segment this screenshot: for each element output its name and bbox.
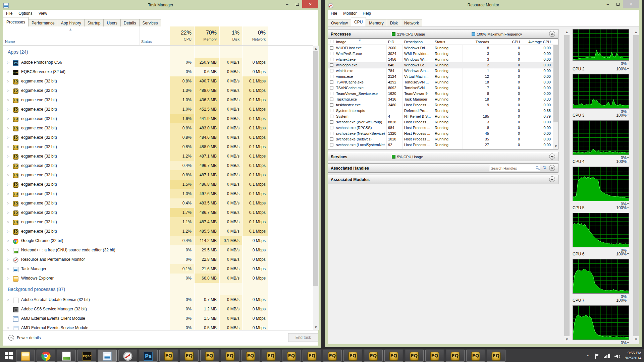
process-row[interactable]: WUDFHost.exe2600Windows Dri...Running800… <box>328 45 553 51</box>
row-checkbox[interactable] <box>330 92 333 95</box>
menu-file[interactable]: File <box>3 10 15 17</box>
process-row[interactable]: TSVNCache.exe4292TortoiseSVN ...Running1… <box>328 79 553 85</box>
chevron-down-icon[interactable] <box>549 165 555 171</box>
table-header[interactable]: ▼ImagePIDDescriptionStatusThreadsCPUAver… <box>328 39 558 45</box>
process-row[interactable]: ▷EQeqgame.exe (32 bit)0.8%490.7 MB0 MB/s… <box>3 76 310 86</box>
tab-memory[interactable]: Memory <box>366 19 387 27</box>
search-icon[interactable] <box>536 166 538 169</box>
row-checkbox[interactable] <box>330 69 333 72</box>
search-handles-input[interactable] <box>490 165 532 171</box>
network-icon[interactable] <box>604 354 610 358</box>
process-row[interactable]: wininit.exe784Windows Sta...Running100.0… <box>328 68 553 74</box>
column-cpu[interactable]: 22%CPU <box>170 26 194 45</box>
associated-modules-section-bar[interactable]: Associated Modules <box>328 175 558 184</box>
process-row[interactable]: svchost.exe (WerSvcGroup)8828Host Proces… <box>328 119 553 125</box>
content-scrollbar[interactable]: ▲ ▼ <box>564 29 570 342</box>
action-center-icon[interactable] <box>595 354 599 359</box>
expand-arrow-icon[interactable]: ▷ <box>7 217 9 227</box>
taskbar-eqgame[interactable]: EQ <box>282 350 301 362</box>
row-checkbox[interactable] <box>330 143 333 146</box>
tab-cpu[interactable]: CPU <box>351 17 366 26</box>
tab-overview[interactable]: Overview <box>328 19 351 27</box>
taskbar-eqgame[interactable]: EQ <box>425 350 444 362</box>
associated-handles-section-bar[interactable]: Associated Handles ⇅ <box>328 163 558 173</box>
menu-help[interactable]: Help <box>360 10 374 17</box>
expand-arrow-icon[interactable]: ▷ <box>7 295 9 304</box>
process-row[interactable]: svchost.exe (NetworkService)1320Host Pro… <box>328 131 553 136</box>
taskbar-eqgame[interactable]: EQ <box>159 350 178 362</box>
process-row[interactable]: ▷EQeqgame.exe (32 bit)1.2%485.5 MB0 MB/s… <box>3 227 310 236</box>
expand-arrow-icon[interactable]: ▷ <box>7 208 9 217</box>
expand-arrow-icon[interactable]: ▷ <box>7 123 9 133</box>
expand-arrow-icon[interactable]: ▷ <box>7 76 9 86</box>
row-checkbox[interactable] <box>330 98 333 101</box>
taskbar-clock[interactable]: 9:55 PM 9/25/2014 <box>625 351 641 361</box>
chevron-down-icon[interactable] <box>549 154 555 160</box>
taskbar-google-chrome[interactable] <box>37 350 55 362</box>
scroll-up-icon[interactable]: ▲ <box>633 29 639 35</box>
row-checkbox[interactable] <box>330 63 333 67</box>
taskbar-resource-monitor[interactable] <box>118 350 137 362</box>
row-checkbox[interactable] <box>330 58 333 61</box>
expand-arrow-icon[interactable]: ▷ <box>7 245 9 255</box>
scroll-thumb[interactable] <box>564 35 570 336</box>
taskbar-eqgame[interactable]: EQ <box>303 350 321 362</box>
column-threads[interactable]: Threads <box>466 40 489 44</box>
process-row[interactable]: System4NT Kernel & S...Running18500.79 <box>328 114 553 119</box>
column-status[interactable]: Status <box>435 40 462 44</box>
minimize-icon[interactable]: – <box>282 0 292 8</box>
expand-arrow-icon[interactable]: ▷ <box>7 170 9 180</box>
select-all-checkbox[interactable] <box>330 40 333 43</box>
row-checkbox[interactable] <box>330 132 333 135</box>
processes-section-bar[interactable]: Processes 21% CPU Usage 100% Maximum Fre… <box>328 29 558 39</box>
process-row[interactable]: ▷EQeqgame.exe (32 bit)0.4%496.7 MB0 MB/s… <box>3 161 310 170</box>
taskbar-eqgame[interactable]: EQ <box>343 350 362 362</box>
column-status[interactable]: Status <box>141 40 152 44</box>
task-manager-scrollbar[interactable]: ▲ ▼ <box>313 46 319 330</box>
column-cpu[interactable]: CPU <box>496 40 520 44</box>
taskbar-file-explorer[interactable] <box>16 350 35 362</box>
process-row[interactable]: ▷PsAdobe Photoshop CS60%250.9 MB0 MB/s0 … <box>3 58 310 67</box>
close-icon[interactable]: ✕ <box>302 0 318 8</box>
maximize-icon[interactable] <box>292 0 302 8</box>
tab-users[interactable]: Users <box>103 19 120 27</box>
process-row[interactable]: wlanext.exe1456Windows Wi...Running300.0… <box>328 57 553 62</box>
process-row[interactable]: ▷EQeqgame.exe (32 bit)1.7%486.7 MB0 MB/s… <box>3 208 310 217</box>
process-row[interactable]: ▷EQeqgame.exe (32 bit)1.3%488.0 MB0 MB/s… <box>3 86 310 95</box>
process-row[interactable]: winlogon.exe848Windows Lo...Running200.0… <box>328 62 553 68</box>
expand-arrow-icon[interactable]: ▷ <box>7 180 9 189</box>
show-hidden-icons[interactable]: ▲ <box>587 354 589 357</box>
expand-arrow-icon[interactable]: ▷ <box>7 86 9 95</box>
process-row[interactable]: WmiPrvS E.exe3024WMI Provider...Running3… <box>328 51 553 57</box>
expand-arrow-icon[interactable]: ▷ <box>7 198 9 208</box>
process-row[interactable]: ▷EQeqgame.exe (32 bit)1.1%487.4 MB0 MB/s… <box>3 217 310 227</box>
scroll-down-icon[interactable]: ▼ <box>313 324 319 330</box>
expand-arrow-icon[interactable]: ▷ <box>7 274 9 283</box>
tab-network[interactable]: Network <box>401 19 422 27</box>
process-row[interactable]: svchost.exe (RPCSS)984Host Process ...Ru… <box>328 125 553 131</box>
expand-arrow-icon[interactable]: ▷ <box>7 264 9 274</box>
expand-arrow-icon[interactable]: ▷ <box>7 152 9 161</box>
taskbar-eqgame[interactable]: EQ <box>241 350 260 362</box>
taskbar-eqgame[interactable]: EQ <box>446 350 465 362</box>
process-row[interactable]: ▷Google Chrome (32 bit)0.4%114.2 MB0.1 M… <box>3 236 310 245</box>
row-checkbox[interactable] <box>330 46 333 50</box>
menu-view[interactable]: View <box>36 10 50 17</box>
expand-arrow-icon[interactable]: ▷ <box>7 255 9 264</box>
process-row[interactable]: Taskmgr.exe3416Task ManagerRunning1800.3… <box>328 97 553 102</box>
scroll-up-icon[interactable]: ▲ <box>313 46 319 51</box>
taskbar-eqgame[interactable]: EQ <box>405 350 424 362</box>
process-row[interactable]: ▷EQeqgame.exe (32 bit)1.0%452.5 MB0 MB/s… <box>3 105 310 114</box>
row-checkbox[interactable] <box>330 86 333 89</box>
expand-arrow-icon[interactable]: ▷ <box>7 227 9 236</box>
graphs-scrollbar[interactable]: ▲ ▼ <box>633 29 639 342</box>
expand-arrow-icon[interactable]: ▷ <box>7 114 9 123</box>
taskbar-eqgame[interactable]: EQ <box>221 350 239 362</box>
row-checkbox[interactable] <box>330 52 333 55</box>
row-checkbox[interactable] <box>330 126 333 129</box>
taskbar-eqgame[interactable]: EQ <box>262 350 280 362</box>
taskbar-eqbc-server[interactable]: EQBC <box>77 350 96 362</box>
expand-arrow-icon[interactable]: ▷ <box>7 236 9 245</box>
process-row[interactable]: ▷EQeqgame.exe (32 bit)0.8%488.0 MB0 MB/s… <box>3 142 310 152</box>
row-checkbox[interactable] <box>330 109 333 112</box>
